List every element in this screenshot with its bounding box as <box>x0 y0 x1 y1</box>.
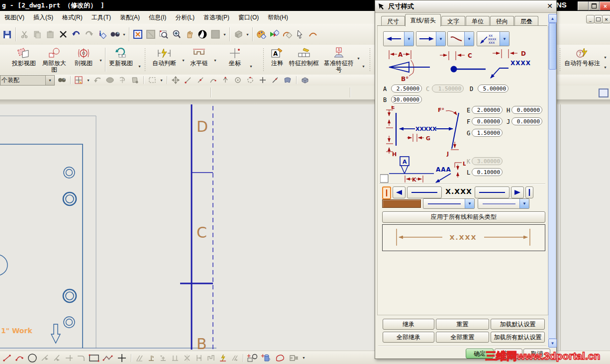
menu-tools[interactable]: 工具(T) <box>87 11 115 24</box>
sketch-circle-icon[interactable] <box>26 353 39 363</box>
pattern-dropdown-icon[interactable]: ▼ <box>302 356 306 360</box>
find-icon[interactable] <box>109 28 121 41</box>
leader-text-combo[interactable]: XX XXXX XXX ▼ <box>477 31 509 46</box>
profile-icon[interactable] <box>2 353 13 363</box>
ordinate-dropdown-icon[interactable]: ▼ <box>249 65 253 68</box>
quick-trim-icon[interactable] <box>40 353 51 363</box>
second-arrow-toggle[interactable] <box>511 186 524 198</box>
line-font-combo[interactable]: ▼ <box>423 198 475 209</box>
first-tick-toggle[interactable] <box>382 186 391 199</box>
constraint-perpendicular-icon[interactable] <box>146 353 157 363</box>
field-g[interactable]: 1.50000 <box>472 129 503 137</box>
snap-corner-icon[interactable] <box>207 75 218 85</box>
leader-style-combo[interactable]: ▼ <box>447 31 474 46</box>
field-b[interactable]: 30.00000 <box>391 95 422 103</box>
snap-handle-icon[interactable] <box>307 28 319 41</box>
section-view-dropdown-icon[interactable]: ▼ <box>99 59 103 62</box>
field-e[interactable]: 2.00000 <box>472 106 503 114</box>
make-corner-icon[interactable] <box>64 353 75 363</box>
second-arrow-combo[interactable]: ▼ <box>416 31 446 46</box>
undo-icon[interactable] <box>70 28 82 41</box>
start-icon[interactable] <box>268 28 280 41</box>
window-restore-button[interactable] <box>589 1 600 10</box>
save-icon[interactable] <box>1 28 13 41</box>
tab-dimension[interactable]: 尺寸 <box>381 16 405 26</box>
snap-vertex-icon[interactable] <box>220 75 231 85</box>
sketch-lightning-icon[interactable] <box>217 353 228 363</box>
reset-button[interactable]: 重置 <box>436 319 489 330</box>
convert-reference-icon[interactable] <box>205 353 216 363</box>
detail-view-button[interactable]: 局部放大图 <box>40 46 69 73</box>
field-d[interactable]: 5.00000 <box>478 85 508 92</box>
rotate-point-icon[interactable] <box>117 75 128 85</box>
rectangle-icon[interactable] <box>88 353 101 363</box>
doc-minimize-button[interactable]: _ <box>586 15 595 23</box>
snap-center-icon[interactable] <box>232 75 243 85</box>
snap-face-icon[interactable] <box>282 75 293 85</box>
tab-text[interactable]: 文字 <box>441 16 465 26</box>
zoom-in-icon[interactable] <box>171 28 183 41</box>
scroll-down-button[interactable]: ▼ <box>548 339 557 348</box>
inherit-all-button[interactable]: 全部继承 <box>383 332 434 343</box>
menu-view[interactable]: 视图(V) <box>0 11 29 24</box>
constraint-parallel-icon[interactable] <box>134 353 145 363</box>
menu-insert[interactable]: 插入(S) <box>29 11 58 24</box>
display-mode-icon[interactable] <box>209 28 221 41</box>
selection-scope-combo[interactable]: 个装配 ▼ <box>0 75 55 86</box>
menu-assemblies[interactable]: 装配(A) <box>115 11 144 24</box>
first-arrow-toggle[interactable] <box>393 186 406 198</box>
doc-close-button[interactable]: × <box>602 15 610 23</box>
apply-all-button[interactable]: 应用于所有线和箭头类型 <box>382 211 545 223</box>
snap-mid-icon[interactable] <box>195 75 206 85</box>
menu-preferences[interactable]: 首选项(P) <box>199 11 234 24</box>
dialog-scrollbar-thumb[interactable] <box>549 23 556 70</box>
pattern-curve-icon[interactable] <box>288 353 301 363</box>
datum-dropdown-icon[interactable]: ▼ <box>356 57 361 60</box>
field-l[interactable]: 0.10000 <box>472 168 503 176</box>
no-constraints-icon[interactable] <box>182 353 193 363</box>
assembly-find-icon[interactable] <box>56 75 67 85</box>
point-icon[interactable] <box>115 353 128 363</box>
field-f[interactable]: 0.00000 <box>472 117 503 125</box>
solid-body-icon[interactable] <box>104 75 115 85</box>
sketch-arc-icon[interactable] <box>14 353 25 363</box>
auto-balloon-dropdown-icon[interactable]: ▼ <box>603 56 608 59</box>
load-all-defaults-button[interactable]: 加载所有默认设置 <box>491 332 545 343</box>
projected-view-button[interactable]: 投影视图 <box>8 46 40 73</box>
display-mode-dropdown-icon[interactable]: ▼ <box>222 33 227 36</box>
reset-all-button[interactable]: 全部重置 <box>436 332 489 343</box>
paste-icon[interactable] <box>44 28 56 41</box>
cut-icon[interactable] <box>18 28 30 41</box>
scroll-up-button[interactable]: ▲ <box>548 14 557 23</box>
palette-icon[interactable] <box>255 28 267 41</box>
back-icon[interactable] <box>92 75 103 85</box>
load-defaults-button[interactable]: 加载默认设置 <box>491 319 545 330</box>
move-icon[interactable] <box>170 75 181 85</box>
show-constraints-icon[interactable] <box>158 353 169 363</box>
snap-point-icon[interactable] <box>74 75 85 85</box>
menu-format[interactable]: 格式(R) <box>58 11 87 24</box>
feature-control-frame-button[interactable]: 特征控制框 <box>289 46 319 73</box>
menu-window[interactable]: 窗口(O) <box>234 11 263 24</box>
view-orient-dropdown-icon[interactable]: ▼ <box>245 33 250 36</box>
section-view-button[interactable]: 剖视图 <box>71 46 97 73</box>
line-width-combo[interactable]: ▼ <box>478 198 529 209</box>
delete-icon[interactable] <box>57 28 69 41</box>
inherit-button[interactable]: 继承 <box>383 319 434 330</box>
shade-icon[interactable] <box>197 28 208 41</box>
window-close-button[interactable]: × <box>600 1 610 10</box>
tab-radial[interactable]: 径向 <box>490 16 514 26</box>
line-color-swatch[interactable] <box>382 199 421 208</box>
auto-balloon-button[interactable]: 7 自动符号标注 <box>563 46 601 73</box>
zoom-box-icon[interactable] <box>158 28 170 41</box>
second-tick-toggle[interactable] <box>525 186 533 198</box>
inferred-dimension-button[interactable]: 自动判断 <box>148 46 180 73</box>
dialog-title-bar[interactable]: 尺寸样式 ✕ <box>375 0 556 13</box>
menu-help[interactable]: 帮助(H) <box>263 11 293 24</box>
create-cylinder-icon[interactable]: + <box>260 353 273 363</box>
ribbon-more-dropdown-icon[interactable]: ▼ <box>603 66 608 69</box>
repeat-icon[interactable] <box>281 28 293 41</box>
snap-end-icon[interactable] <box>183 75 194 85</box>
auto-constrain-icon[interactable] <box>170 353 181 363</box>
quick-extend-icon[interactable] <box>52 353 63 363</box>
